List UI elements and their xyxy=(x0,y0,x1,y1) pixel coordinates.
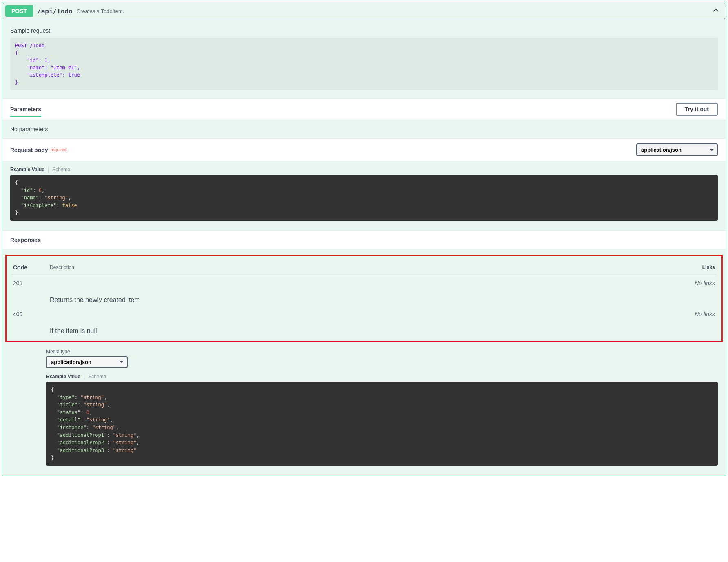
responses-highlight: Code Description Links 201No linksReturn… xyxy=(5,255,723,342)
media-type-select-wrap: application/json xyxy=(46,356,128,368)
tab-schema[interactable]: Schema xyxy=(88,374,106,379)
no-parameters-text: No parameters xyxy=(2,120,726,138)
operation-header[interactable]: POST /api/Todo Creates a TodoItem. xyxy=(3,3,725,19)
col-description: Description xyxy=(48,261,680,275)
tab-example-value[interactable]: Example Value xyxy=(10,167,44,172)
tab-schema[interactable]: Schema xyxy=(52,167,70,172)
response-row: 201No links xyxy=(11,275,717,288)
response-desc-row: If the item is null xyxy=(11,319,717,337)
request-body-example-code: { "id": 0, "name": "string", "isComplete… xyxy=(10,175,718,221)
request-body-tabs: Example Value | Schema xyxy=(2,161,726,175)
response-row: 400No links xyxy=(11,306,717,319)
response-description: Returns the newly created item xyxy=(48,288,717,306)
operation-summary: Creates a TodoItem. xyxy=(77,8,711,14)
parameters-title: Parameters xyxy=(10,106,41,117)
description-section: Sample request: POST /Todo { "id": 1, "n… xyxy=(2,20,726,98)
response-links: No links xyxy=(680,275,717,288)
col-code: Code xyxy=(11,261,48,275)
parameters-bar: Parameters Try it out xyxy=(2,98,726,120)
tab-separator: | xyxy=(48,167,49,172)
response-links: No links xyxy=(680,306,717,319)
media-type-label: Media type xyxy=(46,349,718,355)
request-body-label: Request body xyxy=(10,147,48,153)
operation-block: POST /api/Todo Creates a TodoItem. Sampl… xyxy=(2,2,726,476)
response-example-tabs: Example Value | Schema xyxy=(46,368,718,382)
try-it-out-button[interactable]: Try it out xyxy=(676,103,718,116)
content-type-select-wrap: application/json xyxy=(636,143,718,156)
responses-title: Responses xyxy=(2,231,726,249)
tab-separator: | xyxy=(84,374,85,379)
request-body-bar: Request body required application/json xyxy=(2,138,726,161)
sample-request-code: POST /Todo { "id": 1, "name": "Item #1",… xyxy=(10,38,718,90)
responses-table: Code Description Links 201No linksReturn… xyxy=(11,261,717,337)
col-links: Links xyxy=(680,261,717,275)
tab-example-value[interactable]: Example Value xyxy=(46,374,80,379)
response-code: 400 xyxy=(11,306,48,319)
media-type-select[interactable]: application/json xyxy=(46,356,128,368)
http-method-badge: POST xyxy=(5,5,33,17)
response-desc-row: Returns the newly created item xyxy=(11,288,717,306)
response-description: If the item is null xyxy=(48,319,717,337)
content-type-select[interactable]: application/json xyxy=(636,143,718,156)
operation-body: Sample request: POST /Todo { "id": 1, "n… xyxy=(2,20,726,476)
request-body-title: Request body required xyxy=(10,147,67,153)
required-tag: required xyxy=(51,147,67,152)
response-media-block: Media type application/json Example Valu… xyxy=(2,345,726,476)
sample-request-label: Sample request: xyxy=(10,27,718,34)
response-code: 201 xyxy=(11,275,48,288)
operation-path: /api/Todo xyxy=(37,7,73,15)
response-example-code: { "type": "string", "title": "string", "… xyxy=(46,382,718,466)
chevron-up-icon[interactable] xyxy=(711,7,721,15)
